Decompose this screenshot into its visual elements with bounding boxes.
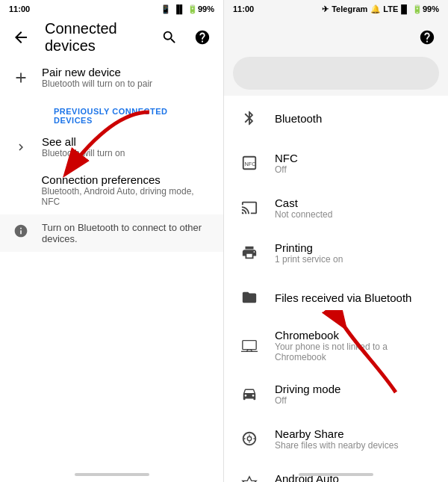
svg-text:NFC: NFC: [245, 161, 257, 167]
chromebook-subtitle: Your phone is not linked to a Chromebook: [275, 342, 436, 362]
svg-rect-2: [243, 340, 256, 349]
right-nav-bar: [299, 473, 373, 476]
see-all-item[interactable]: See all Bluetooth will turn on: [0, 128, 223, 166]
see-all-subtitle: Bluetooth will turn on: [42, 148, 125, 158]
nfc-item[interactable]: NFC NFC Off: [224, 140, 448, 185]
pair-new-device-item[interactable]: Pair new device Bluetooth will turn on t…: [0, 57, 223, 98]
right-settings-list: Bluetooth NFC NFC Off Cast: [224, 96, 448, 482]
pair-device-title: Pair new device: [42, 66, 152, 78]
left-status-icons: 📱 ▐▌ 🔋99%: [161, 4, 214, 14]
files-bt-title: Files received via Bluetooth: [275, 291, 411, 304]
empty-icon: [12, 182, 30, 200]
nearby-share-icon: [236, 425, 263, 452]
right-app-name: Telegram: [332, 4, 367, 13]
driving-mode-item[interactable]: Driving mode Off: [224, 371, 448, 416]
conn-pref-title: Connection preferences: [42, 173, 211, 186]
conn-pref-subtitle: Bluetooth, Android Auto, driving mode, N…: [42, 186, 211, 207]
driving-subtitle: Off: [275, 395, 340, 406]
right-toolbar: [224, 18, 448, 57]
svg-point-3: [247, 436, 252, 441]
add-icon: [12, 69, 30, 87]
right-time: 11:00: [233, 4, 254, 13]
search-bar[interactable]: [233, 57, 439, 90]
left-toolbar: Connected devices: [0, 18, 223, 57]
chromebook-title: Chromebook: [275, 329, 436, 342]
right-help-button[interactable]: [412, 22, 442, 52]
cast-title: Cast: [275, 197, 332, 209]
right-panel: 11:00 ✈ Telegram 🔔 LTE▐▌ 🔋99%: [224, 0, 448, 482]
bluetooth-item[interactable]: Bluetooth: [224, 96, 448, 140]
pair-device-subtitle: Bluetooth will turn on to pair: [42, 78, 152, 89]
folder-icon: [236, 284, 263, 311]
left-panel: 11:00 📱 ▐▌ 🔋99% Connected devices: [0, 0, 224, 482]
bluetooth-icon: [236, 105, 263, 132]
search-button[interactable]: [155, 22, 184, 52]
nfc-icon: NFC: [236, 149, 263, 176]
page-title: Connected devices: [39, 20, 152, 55]
connection-preferences-item[interactable]: Connection preferences Bluetooth, Androi…: [0, 166, 223, 214]
info-icon: [12, 222, 30, 240]
section-label: PREVIOUSLY CONNECTED DEVICES: [0, 98, 223, 128]
nfc-title: NFC: [275, 152, 298, 164]
info-text: Turn on Bluetooth to connect to other de…: [42, 222, 211, 244]
see-all-title: See all: [42, 135, 125, 148]
telegram-icon: ✈: [322, 4, 329, 14]
printing-subtitle: 1 print service on: [275, 254, 343, 265]
driving-title: Driving mode: [275, 383, 340, 395]
info-banner: Turn on Bluetooth to connect to other de…: [0, 214, 223, 252]
left-nav-bar: [75, 473, 149, 476]
nearby-subtitle: Share files with nearby devices: [275, 440, 398, 451]
back-button[interactable]: [6, 22, 36, 52]
cast-icon: [236, 194, 263, 221]
chromebook-icon: [236, 333, 263, 359]
car-icon: [236, 380, 263, 407]
chevron-right-icon: [12, 138, 30, 156]
printing-title: Printing: [275, 241, 343, 254]
print-icon: [236, 239, 263, 266]
nfc-subtitle: Off: [275, 164, 298, 175]
left-status-bar: 11:00 📱 ▐▌ 🔋99%: [0, 0, 223, 18]
android-auto-icon: [236, 470, 263, 482]
nearby-title: Nearby Share: [275, 427, 398, 440]
printing-item[interactable]: Printing 1 print service on: [224, 230, 448, 275]
left-time: 11:00: [9, 4, 30, 13]
svg-marker-4: [243, 477, 256, 482]
help-button[interactable]: [187, 22, 217, 52]
cast-item[interactable]: Cast Not connected: [224, 185, 448, 230]
right-status-bar: 11:00 ✈ Telegram 🔔 LTE▐▌ 🔋99%: [224, 0, 448, 18]
nearby-share-item[interactable]: Nearby Share Share files with nearby dev…: [224, 416, 448, 461]
cast-subtitle: Not connected: [275, 209, 332, 220]
bluetooth-title: Bluetooth: [275, 112, 322, 125]
chromebook-item[interactable]: Chromebook Your phone is not linked to a…: [224, 320, 448, 371]
files-bluetooth-item[interactable]: Files received via Bluetooth: [224, 275, 448, 320]
android-auto-item[interactable]: Android Auto Use apps on your car screen: [224, 461, 448, 482]
